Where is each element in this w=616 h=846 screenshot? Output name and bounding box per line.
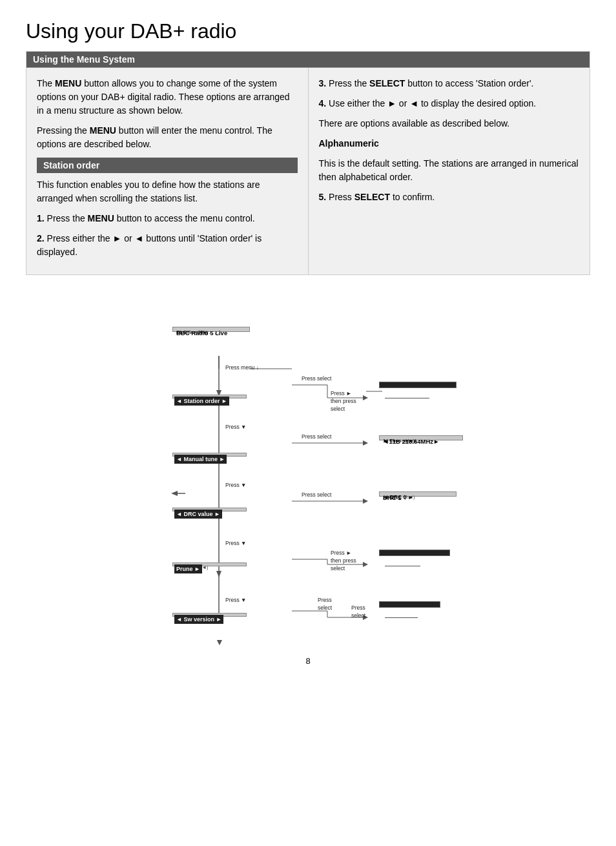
label-press-down-3: Press ▼: [225, 540, 247, 546]
label-press-select-3: Press select: [302, 491, 331, 498]
options-para: There are options available as described…: [319, 117, 580, 130]
menu-station-order: 16:49 ---- (h◄) or Select ◄ Station orde…: [172, 395, 247, 398]
alphanumeric-heading: Alphanumeric: [319, 137, 580, 150]
bottom-arrow: ▼: [215, 637, 224, 647]
menu-drc-value: 16:49 ---- (h◄) or Select ◄ DRC value ►: [172, 508, 247, 511]
menu-p1: The MENU button allows you to change som…: [37, 77, 298, 118]
label-press-down-1: Press ▼: [225, 424, 247, 430]
station-order-step2: 2. Press either the ► or ◄ buttons until…: [37, 232, 298, 259]
svg-marker-4: [216, 571, 221, 577]
svg-marker-19: [363, 562, 368, 567]
opt-prune: ◄ Prune ► No Yes: [379, 601, 440, 608]
col-right-menu: 3. Press the SELECT button to access 'St…: [309, 68, 590, 274]
content-area: Using the Menu System The MENU button al…: [26, 51, 590, 275]
label-press-select-top: Press select: [302, 375, 331, 382]
label-press-down-2: Press ▼: [225, 482, 247, 488]
station-order-step1: 1. Press the MENU button to access the m…: [37, 212, 298, 225]
station-order-header: Station order: [37, 158, 298, 173]
opt-ensemble: ◄ Ensemble ► ◄ Alphanumeric ►: [379, 382, 457, 388]
diagram: 16:49 ---- (h◄) BBC Radio 5 Live DLS Scr…: [121, 294, 495, 643]
step5-text: 5. Press SELECT to confirm.: [319, 191, 580, 204]
page-number: 8: [26, 656, 590, 666]
opt-drc: 16:49 ---- (h◄) DRC 1 ◄ DRC 0 ►: [379, 491, 457, 497]
menu-sw-version: 16:49 ---- (h◄) v 2.2.1.11-3 ◄ Sw versio…: [172, 613, 247, 617]
diagram-container: 16:49 ---- (h◄) BBC Radio 5 Live DLS Scr…: [26, 294, 590, 643]
label-press-then-select-1: Press ►then pressselect: [331, 390, 356, 413]
diagram-arrows: [121, 294, 495, 643]
menu-p2: Pressing the MENU button will enter the …: [37, 124, 298, 151]
menu-system-header: Using the Menu System: [26, 52, 590, 68]
label-press-then-select-2: Press ►then pressselect: [331, 550, 356, 573]
svg-marker-13: [363, 440, 368, 446]
svg-marker-10: [363, 395, 368, 400]
menu-prune: 16:49 ---- (h◄) or Select Prune ►: [172, 562, 247, 566]
step3-text: 3. Press the SELECT button to access 'St…: [319, 77, 580, 90]
svg-marker-15: [363, 499, 368, 504]
opt-drc2: ◄ DRC ½ ► ◄ DRC 1 ►: [379, 550, 450, 556]
opt-manual-tune: 16:49 ---- (h◄) ◄11B 218.64MHz► ► Then s…: [379, 435, 463, 440]
label-press-select-2: Press select: [302, 433, 331, 440]
menu-manual-tune: 16:49 ---- (h◄) or Select ◄ Manual tune …: [172, 453, 247, 457]
label-press-select-5: Pressselect: [351, 604, 365, 620]
lcd-main: 16:49 ---- (h◄) BBC Radio 5 Live DLS Scr…: [172, 327, 250, 332]
alphanumeric-desc: This is the default setting. The station…: [319, 157, 580, 184]
station-order-p1: This function enables you to define how …: [37, 178, 298, 205]
step4-text: 4. Use either the ► or ◄ to display the …: [319, 97, 580, 110]
label-press-down-4: Press ▼: [225, 597, 247, 603]
label-press-menu: Press menu ↓: [225, 364, 259, 371]
page-title: Using your DAB+ radio: [26, 19, 590, 43]
label-press-select-4: Pressselect: [318, 597, 332, 612]
col-left-menu: The MENU button allows you to change som…: [26, 68, 309, 274]
svg-marker-24: [171, 491, 178, 496]
